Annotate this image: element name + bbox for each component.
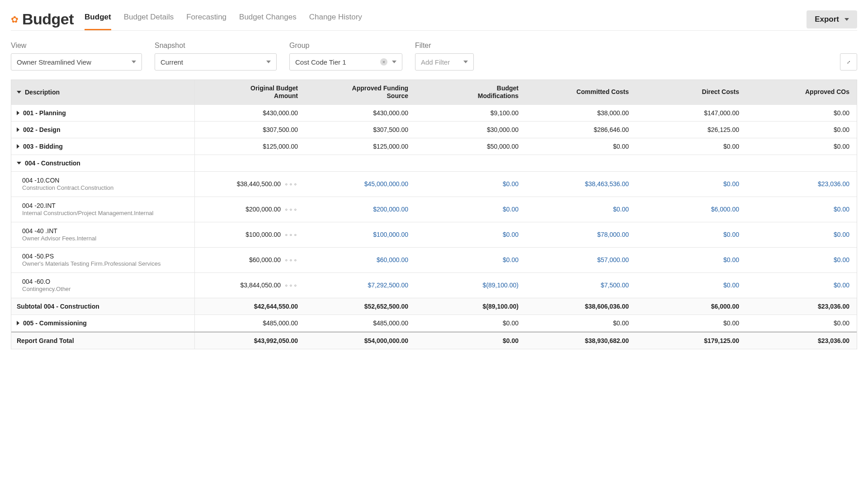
table-row[interactable]: 004 -50.PSOwner's Materials Testing Firm… bbox=[11, 248, 195, 272]
cell[interactable]: $0.00 bbox=[746, 222, 857, 247]
cell[interactable]: $0.00 bbox=[636, 273, 746, 298]
cell: $125,000.00 bbox=[195, 138, 305, 155]
group-row[interactable]: 002 - Design bbox=[11, 122, 195, 138]
snapshot-value: Current bbox=[160, 58, 183, 66]
cell: $286,646.00 bbox=[526, 122, 636, 138]
more-icon[interactable]: ∘∘∘ bbox=[284, 180, 298, 188]
tab-budget-changes[interactable]: Budget Changes bbox=[239, 8, 297, 30]
cell: $54,000,000.00 bbox=[305, 333, 415, 349]
column-header[interactable]: Approved Funding Source bbox=[305, 80, 415, 104]
page-title: Budget bbox=[22, 10, 74, 28]
cell: $9,100.00 bbox=[415, 105, 526, 121]
view-control: View Owner Streamlined View bbox=[11, 42, 142, 70]
column-header[interactable]: Budget Modifications bbox=[415, 80, 526, 104]
cell[interactable]: $0.00 bbox=[415, 248, 526, 272]
cell[interactable]: $57,000.00 bbox=[526, 248, 636, 272]
table-row[interactable]: 004 -40 .INTOwner Advisor Fees.Internal bbox=[11, 222, 195, 247]
chevron-right-icon[interactable] bbox=[17, 321, 19, 325]
cell: $0.00 bbox=[415, 333, 526, 349]
cell: $43,992,050.00 bbox=[195, 333, 305, 349]
cell[interactable]: $0.00 bbox=[746, 248, 857, 272]
table-row[interactable]: 004 -60.OContingency.Other bbox=[11, 273, 195, 298]
cell: $38,930,682.00 bbox=[526, 333, 636, 349]
cell[interactable]: $0.00 bbox=[415, 197, 526, 222]
column-header[interactable]: Original Budget Amount bbox=[195, 80, 305, 104]
group-control: Group Cost Code Tier 1 × bbox=[289, 42, 402, 70]
group-row[interactable]: 003 - Bidding bbox=[11, 138, 195, 155]
cell: $3,844,050.00∘∘∘ bbox=[195, 273, 305, 298]
cell: $0.00 bbox=[746, 105, 857, 121]
cell[interactable]: $60,000.00 bbox=[305, 248, 415, 272]
group-row[interactable]: 004 - Construction bbox=[11, 155, 195, 171]
cell[interactable]: $0.00 bbox=[636, 248, 746, 272]
tab-change-history[interactable]: Change History bbox=[309, 8, 362, 30]
cell: $38,440,500.00∘∘∘ bbox=[195, 172, 305, 197]
column-header[interactable]: Committed Costs bbox=[526, 80, 636, 104]
cell[interactable]: $45,000,000.00 bbox=[305, 172, 415, 197]
chevron-right-icon[interactable] bbox=[17, 127, 19, 132]
clear-group-icon[interactable]: × bbox=[380, 58, 387, 66]
cell[interactable]: $7,292,500.00 bbox=[305, 273, 415, 298]
cell: $(89,100.00) bbox=[415, 298, 526, 314]
cell[interactable]: $6,000.00 bbox=[636, 197, 746, 222]
table-row[interactable]: 004 -10.CONConstruction Contract.Constru… bbox=[11, 172, 195, 197]
more-icon[interactable]: ∘∘∘ bbox=[284, 231, 298, 238]
view-select[interactable]: Owner Streamlined View bbox=[11, 53, 142, 70]
chevron-down-icon bbox=[132, 61, 136, 63]
tab-budget[interactable]: Budget bbox=[85, 8, 111, 30]
cell[interactable]: $78,000.00 bbox=[526, 222, 636, 247]
cell[interactable]: $0.00 bbox=[415, 222, 526, 247]
cell[interactable]: $7,500.00 bbox=[526, 273, 636, 298]
cell: $0.00 bbox=[746, 315, 857, 331]
group-row[interactable]: 001 - Planning bbox=[11, 105, 195, 121]
chevron-down-icon[interactable] bbox=[17, 162, 21, 164]
cell: $485,000.00 bbox=[305, 315, 415, 331]
cell: $0.00 bbox=[526, 138, 636, 155]
cell: $430,000.00 bbox=[305, 105, 415, 121]
cell: $38,000.00 bbox=[526, 105, 636, 121]
export-label: Export bbox=[815, 15, 839, 24]
cell[interactable]: $0.00 bbox=[746, 273, 857, 298]
cell: $26,125.00 bbox=[636, 122, 746, 138]
more-icon[interactable]: ∘∘∘ bbox=[284, 282, 298, 289]
tab-forecasting[interactable]: Forecasting bbox=[186, 8, 226, 30]
chevron-down-icon bbox=[392, 61, 396, 63]
cell[interactable]: $23,036.00 bbox=[746, 172, 857, 197]
view-label: View bbox=[11, 42, 142, 50]
export-button[interactable]: Export bbox=[807, 10, 857, 28]
snapshot-control: Snapshot Current bbox=[155, 42, 277, 70]
snapshot-label: Snapshot bbox=[155, 42, 277, 50]
expand-icon: ⤢ bbox=[847, 60, 850, 65]
cell[interactable]: $(89,100.00) bbox=[415, 273, 526, 298]
cell[interactable]: $200,000.00 bbox=[305, 197, 415, 222]
cell[interactable]: $100,000.00 bbox=[305, 222, 415, 247]
cell: $52,652,500.00 bbox=[305, 298, 415, 314]
cell[interactable]: $38,463,536.00 bbox=[526, 172, 636, 197]
cell: $100,000.00∘∘∘ bbox=[195, 222, 305, 247]
group-select[interactable]: Cost Code Tier 1 × bbox=[289, 53, 402, 70]
cell[interactable]: $0.00 bbox=[636, 222, 746, 247]
cell: $0.00 bbox=[636, 138, 746, 155]
cell: $23,036.00 bbox=[746, 298, 857, 314]
group-row[interactable]: 005 - Commissioning bbox=[11, 315, 195, 331]
chevron-down-icon[interactable] bbox=[17, 91, 21, 94]
gear-icon[interactable]: ✿ bbox=[11, 14, 19, 25]
tab-budget-details[interactable]: Budget Details bbox=[124, 8, 174, 30]
chevron-right-icon[interactable] bbox=[17, 144, 19, 149]
chevron-down-icon bbox=[463, 61, 468, 63]
cell[interactable]: $0.00 bbox=[526, 197, 636, 222]
column-header[interactable]: Direct Costs bbox=[636, 80, 746, 104]
column-header[interactable]: Approved COs bbox=[746, 80, 857, 104]
more-icon[interactable]: ∘∘∘ bbox=[284, 206, 298, 213]
filter-select[interactable]: Add Filter bbox=[415, 53, 474, 70]
cell[interactable]: $0.00 bbox=[415, 172, 526, 197]
group-label: Group bbox=[289, 42, 402, 50]
column-header-description[interactable]: Description bbox=[11, 80, 195, 104]
cell[interactable]: $0.00 bbox=[746, 197, 857, 222]
fullscreen-button[interactable]: ⤢ bbox=[840, 53, 857, 70]
cell[interactable]: $0.00 bbox=[636, 172, 746, 197]
snapshot-select[interactable]: Current bbox=[155, 53, 277, 70]
more-icon[interactable]: ∘∘∘ bbox=[284, 256, 298, 263]
chevron-right-icon[interactable] bbox=[17, 111, 19, 115]
table-row[interactable]: 004 -20.INTInternal Construction/Project… bbox=[11, 197, 195, 222]
